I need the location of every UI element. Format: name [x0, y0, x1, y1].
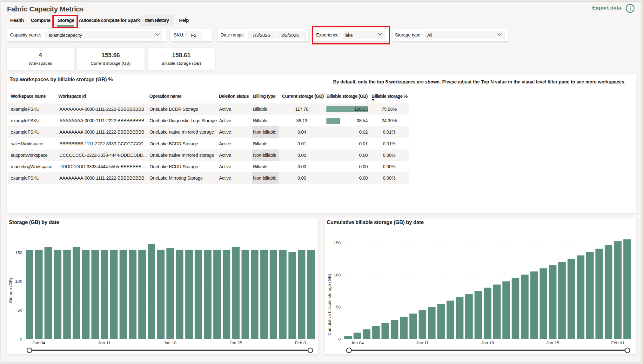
svg-text:Jan 18: Jan 18 [164, 341, 177, 345]
svg-text:150: 150 [15, 250, 22, 255]
svg-text:150: 150 [333, 241, 341, 245]
svg-text:Jan 04: Jan 04 [351, 341, 364, 345]
svg-text:50: 50 [336, 305, 341, 309]
svg-text:Jan 18: Jan 18 [481, 341, 494, 345]
svg-text:Feb 01: Feb 01 [611, 341, 625, 345]
svg-text:Cumulative billable storage (G: Cumulative billable storage (GB) [327, 274, 332, 335]
svg-text:0: 0 [20, 337, 22, 341]
svg-text:100: 100 [333, 273, 341, 277]
svg-text:Jan 25: Jan 25 [546, 341, 559, 345]
svg-text:Jan 04: Jan 04 [32, 341, 45, 345]
svg-text:Storage (GB): Storage (GB) [8, 278, 13, 303]
svg-text:0: 0 [338, 337, 341, 341]
svg-text:Feb 01: Feb 01 [295, 341, 308, 345]
svg-text:Cumulative billable storage (G: Cumulative billable storage (GB) by date [327, 219, 424, 225]
svg-text:100: 100 [15, 279, 22, 284]
svg-text:Jan 25: Jan 25 [229, 341, 242, 345]
svg-text:Storage (GB) by date: Storage (GB) by date [9, 219, 59, 225]
svg-text:Jan 11: Jan 11 [416, 341, 429, 345]
svg-text:Jan 11: Jan 11 [98, 341, 111, 345]
svg-text:50: 50 [17, 308, 22, 313]
